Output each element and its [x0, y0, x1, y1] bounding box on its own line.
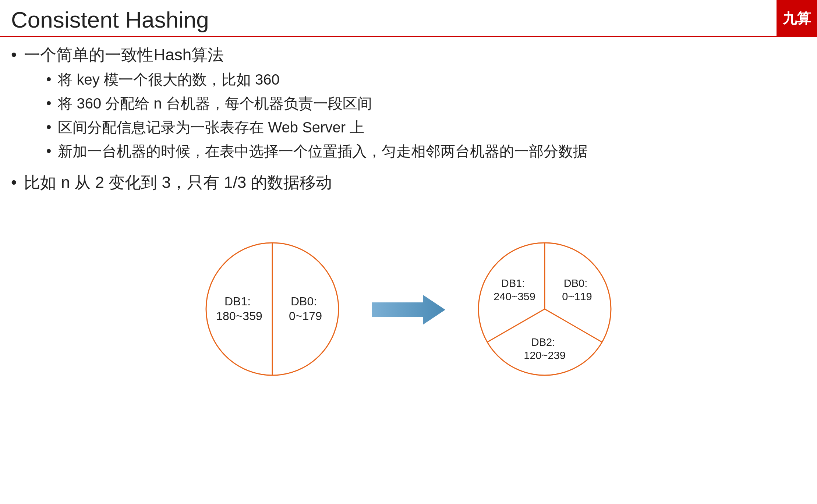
bullet-dot: • — [46, 95, 51, 111]
logo: 九算 — [777, 0, 817, 37]
bullet-dot: • — [46, 71, 51, 88]
arrow — [372, 293, 445, 326]
svg-text:DB2:
        120~239: DB2: 120~239 — [524, 336, 566, 361]
svg-text:DB0:
        0~179: DB0: 0~179 — [289, 295, 322, 323]
arrow-shape — [372, 295, 445, 324]
left-db1-label: DB1: — [224, 295, 251, 308]
right-db1-range: 240~359 — [494, 291, 535, 302]
right-db2-label: DB2: — [531, 336, 555, 348]
bullet-l2-1: • 将 key 模一个很大的数，比如 360 — [46, 70, 588, 90]
bullet-l1-2: • 比如 n 从 2 变化到 3，只有 1/3 的数据移动 — [11, 172, 806, 194]
bullet-dot: • — [11, 46, 17, 64]
bullet-l2-2: • 将 360 分配给 n 台机器，每个机器负责一段区间 — [46, 93, 588, 114]
bullet-dot: • — [46, 143, 51, 159]
bullet-l2-4: • 新加一台机器的时候，在表中选择一个位置插入，匀走相邻两台机器的一部分数据 — [46, 141, 588, 162]
right-db0-label: DB0: — [564, 277, 587, 289]
left-db0-range: 0~179 — [289, 309, 322, 323]
bullet-dot: • — [46, 119, 51, 135]
top-bar: Consistent Hashing 九算 — [0, 0, 817, 37]
svg-text:DB1:
        240~359: DB1: 240~359 — [494, 277, 535, 302]
diagrams-container: DB1: 180~359 DB0: 0~179 — [0, 239, 817, 380]
right-db2-range: 120~239 — [524, 349, 566, 361]
page-title: Consistent Hashing — [11, 7, 209, 33]
right-db0-range: 0~119 — [562, 291, 592, 302]
bullet-l1-1: • 一个简单的一致性Hash算法 • 将 key 模一个很大的数，比如 360 … — [11, 44, 806, 165]
right-circle-diagram: DB1: 240~359 DB0: 0~119 DB2: 120~239 — [475, 239, 615, 380]
content-area: • 一个简单的一致性Hash算法 • 将 key 模一个很大的数，比如 360 … — [11, 44, 806, 200]
svg-text:DB0:
        0~119: DB0: 0~119 — [562, 277, 592, 302]
svg-text:DB1:
        180~359: DB1: 180~359 — [216, 295, 262, 323]
left-db0-label: DB0: — [291, 295, 317, 308]
left-circle-diagram: DB1: 180~359 DB0: 0~179 — [202, 239, 342, 380]
bullet-dot: • — [11, 173, 17, 192]
right-db1-label: DB1: — [501, 277, 525, 289]
bullet-l2-3: • 区间分配信息记录为一张表存在 Web Server 上 — [46, 117, 588, 138]
sub-bullets: • 将 key 模一个很大的数，比如 360 • 将 360 分配给 n 台机器… — [24, 70, 588, 162]
left-db1-range: 180~359 — [216, 309, 262, 323]
